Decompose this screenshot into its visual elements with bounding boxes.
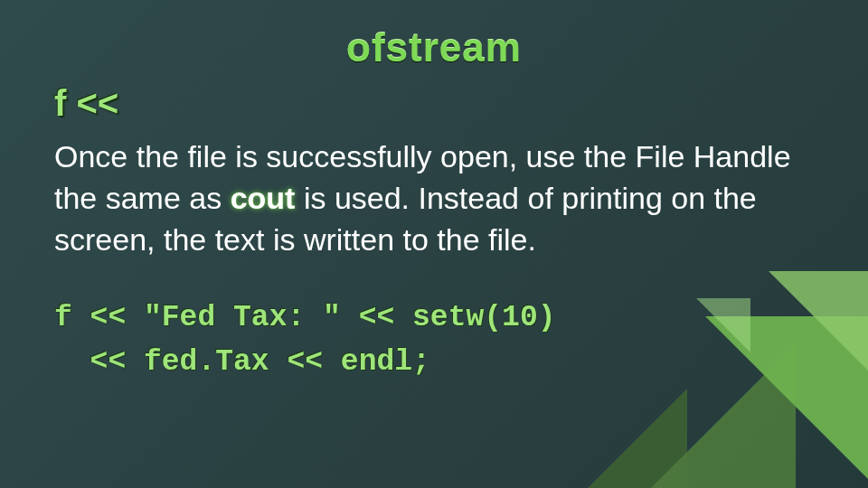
body-paragraph: Once the file is successfully open, use … — [54, 136, 805, 261]
slide-title: ofstream — [54, 25, 814, 70]
subheading: f << — [54, 83, 814, 124]
code-block: f << "Fed Tax: " << setw(10) << fed.Tax … — [54, 296, 814, 385]
slide: ofstream f << Once the file is successfu… — [0, 0, 868, 488]
keyword-cout: cout — [231, 181, 296, 215]
triangle-icon — [588, 389, 687, 488]
code-line-2: << fed.Tax << endl; — [54, 345, 430, 379]
code-line-1: f << "Fed Tax: " << setw(10) — [54, 301, 556, 334]
